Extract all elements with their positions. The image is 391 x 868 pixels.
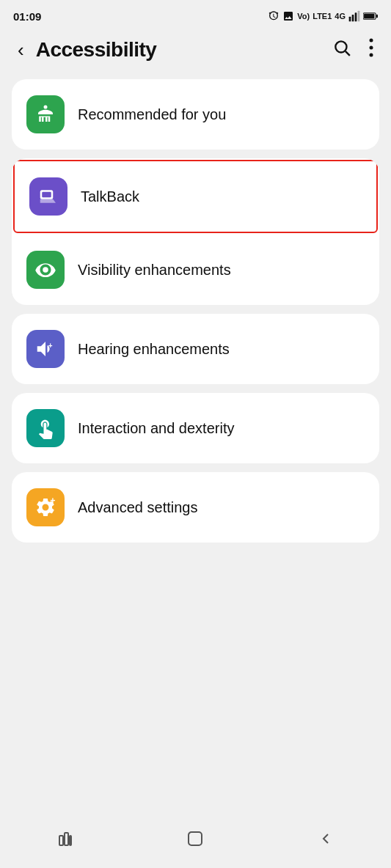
talkback-highlight: TalkBack — [13, 160, 378, 233]
page-title: Accessibility — [36, 38, 321, 62]
home-button[interactable] — [173, 824, 217, 853]
top-bar: ‹ Accessibility — [0, 29, 391, 73]
search-button[interactable] — [326, 35, 357, 65]
status-bar: 01:09 Vo) LTE1 4G — [0, 0, 391, 29]
hearing-item[interactable]: + Hearing enhancements — [12, 314, 379, 384]
more-icon — [369, 38, 373, 57]
svg-point-11 — [370, 54, 373, 57]
svg-rect-3 — [358, 11, 360, 22]
4g-label: 4G — [335, 12, 346, 21]
home-icon — [186, 829, 205, 848]
battery-icon — [363, 11, 378, 21]
svg-text:+: + — [48, 342, 53, 350]
talkback-icon-wrap — [29, 177, 67, 216]
recommended-for-you-item[interactable]: Recommended for you — [12, 79, 379, 150]
advanced-label: Advanced settings — [78, 498, 197, 517]
svg-text:+: + — [50, 496, 55, 506]
visibility-icon-wrap: + — [26, 251, 65, 289]
svg-rect-5 — [364, 14, 374, 18]
bottom-nav — [0, 815, 391, 868]
accessibility-icon — [34, 103, 56, 125]
interaction-card: Interaction and dexterity — [12, 393, 379, 463]
recommended-card: Recommended for you — [12, 79, 379, 150]
talkback-visibility-card: TalkBack + Visibility enhancements — [12, 158, 379, 305]
advanced-icon-wrap: + — [26, 488, 65, 526]
visibility-icon: + — [34, 259, 56, 281]
vol-indicator: Vo) — [297, 12, 310, 21]
back-nav-icon — [317, 830, 335, 847]
talkback-icon — [37, 185, 59, 207]
svg-point-12 — [44, 106, 48, 109]
svg-point-7 — [335, 41, 346, 52]
alarm-icon — [268, 10, 279, 22]
svg-rect-21 — [70, 836, 71, 845]
more-button[interactable] — [363, 35, 379, 65]
svg-rect-19 — [59, 836, 63, 845]
svg-rect-22 — [189, 832, 202, 845]
hearing-card: + Hearing enhancements — [12, 314, 379, 384]
signal-icon — [348, 10, 360, 22]
recent-apps-icon — [56, 830, 74, 847]
advanced-card: + Advanced settings — [12, 472, 379, 542]
recommended-label: Recommended for you — [78, 105, 226, 124]
svg-rect-14 — [42, 192, 51, 198]
svg-rect-20 — [65, 833, 68, 845]
back-nav-button[interactable] — [304, 824, 348, 853]
advanced-item[interactable]: + Advanced settings — [12, 472, 379, 542]
advanced-settings-icon: + — [34, 496, 56, 518]
main-content: Recommended for you TalkBack — [0, 73, 391, 601]
network-label: LTE1 — [313, 12, 332, 21]
interaction-item[interactable]: Interaction and dexterity — [12, 393, 379, 463]
image-icon — [282, 10, 294, 22]
talkback-item[interactable]: TalkBack — [15, 161, 376, 232]
hearing-icon-wrap: + — [26, 330, 65, 368]
hearing-label: Hearing enhancements — [78, 339, 230, 358]
interaction-icon-wrap — [26, 409, 65, 447]
interaction-label: Interaction and dexterity — [78, 419, 234, 438]
svg-point-9 — [370, 39, 373, 43]
svg-rect-0 — [349, 17, 351, 22]
back-button[interactable]: ‹ — [12, 37, 30, 62]
svg-rect-6 — [376, 15, 378, 18]
recent-apps-button[interactable] — [43, 824, 87, 853]
visibility-item[interactable]: + Visibility enhancements — [12, 235, 379, 305]
svg-rect-1 — [352, 15, 354, 21]
visibility-label: Visibility enhancements — [78, 260, 231, 279]
hearing-icon: + — [34, 338, 56, 360]
search-icon — [332, 38, 351, 57]
status-time: 01:09 — [13, 10, 41, 23]
svg-text:+: + — [44, 266, 48, 274]
svg-rect-2 — [355, 12, 357, 21]
talkback-label: TalkBack — [81, 187, 139, 206]
interaction-icon — [34, 417, 56, 439]
svg-line-8 — [346, 51, 350, 56]
status-icons: Vo) LTE1 4G — [268, 10, 378, 22]
svg-point-10 — [370, 46, 373, 50]
recommended-icon-wrap — [26, 95, 65, 133]
